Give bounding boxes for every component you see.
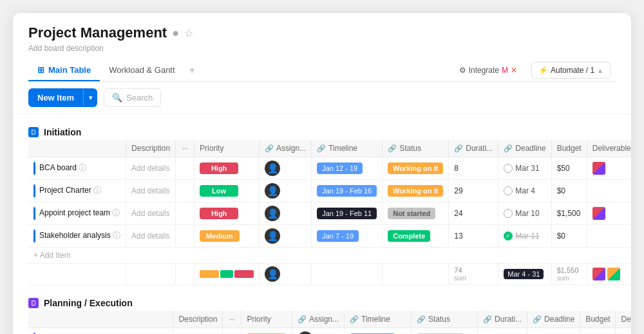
budget-value: $1,500 — [557, 209, 581, 218]
priority-badge: High — [200, 162, 238, 174]
row-deadline[interactable]: Mar 10 — [498, 202, 551, 225]
automate-label: Automate / 1 — [551, 66, 594, 75]
add-details-text: Add details — [131, 186, 169, 195]
row-deadline[interactable]: ✓Mar 11 — [498, 225, 551, 248]
add-item-button[interactable]: + Add Item — [28, 248, 631, 264]
col-assign-planning: 🔗 Assign... — [292, 311, 345, 328]
sum-cell-0 — [28, 264, 126, 285]
status-badge: Working on it — [388, 185, 443, 197]
avatar-icon: 👤 — [265, 206, 280, 221]
col-name-initiation — [28, 140, 126, 157]
planning-table: Description ↔ Priority 🔗 Assign... 🔗 Tim… — [28, 311, 631, 334]
row-priority[interactable]: High — [194, 202, 260, 225]
integrate-action[interactable]: ⚙ Integrate M ✕ — [454, 63, 522, 77]
resize-icon: ↔ — [181, 144, 189, 153]
info-icon[interactable]: ⓘ — [113, 231, 120, 240]
row-deadline[interactable]: Mar 4 — [498, 180, 551, 202]
star-icon[interactable]: ☆ — [184, 27, 193, 39]
row-priority[interactable]: Medium — [194, 225, 260, 248]
search-box[interactable]: 🔍 Search — [104, 88, 161, 107]
row-assignee[interactable]: 👤 — [260, 202, 312, 225]
col-duration-initiation: 🔗 Durati... — [449, 140, 498, 157]
deadline-check — [504, 186, 513, 195]
row-priority[interactable]: High — [194, 157, 260, 180]
row-timeline[interactable]: Jan 7 - 19 — [312, 225, 383, 248]
row-budget: $1,500 — [551, 202, 587, 225]
section-header-initiation: D Initiation — [28, 124, 616, 140]
row-name-cell: Appoint project team ⓘ — [28, 202, 126, 225]
info-icon[interactable]: ⓘ — [79, 163, 86, 172]
sum-cell-10 — [587, 264, 631, 285]
row-budget: $50 — [551, 157, 587, 180]
row-duration: 24 — [449, 202, 498, 225]
row-deliverables[interactable] — [587, 180, 631, 202]
info-icon[interactable]: ⓘ — [93, 186, 101, 195]
sum-cell-4: 👤 — [260, 264, 312, 285]
row-status[interactable]: Working on it — [383, 180, 449, 202]
col-desc-planning: Description — [173, 311, 223, 328]
automate-button[interactable]: ⚡ Automate / 1 ▲ — [531, 62, 611, 79]
status-badge: Not started — [388, 208, 435, 219]
row-description[interactable]: Add details — [173, 328, 223, 335]
budget-value: $50 — [557, 164, 570, 173]
timeline-badge: Jan 19 - Feb 11 — [317, 208, 377, 219]
tab-workload-label: Workload & Gantt — [109, 65, 175, 75]
info-icon[interactable]: ⓘ — [112, 208, 120, 217]
row-description[interactable]: Add details — [126, 157, 176, 180]
section-title-initiation: Initiation — [44, 127, 81, 137]
duration-value: 29 — [454, 186, 462, 195]
table-row: Pre kickoff meeting ⓘAdd detailsMedium👤J… — [28, 328, 631, 335]
row-assignee[interactable]: 👤 — [260, 225, 312, 248]
new-item-button[interactable]: New Item ▾ — [28, 88, 97, 107]
row-priority[interactable]: Low — [194, 180, 260, 202]
row-timeline[interactable]: Jan 19 - Feb 16 — [312, 180, 383, 202]
tab-main-table[interactable]: ⊞ Main Table — [28, 60, 100, 81]
sum-deliverables — [592, 268, 631, 280]
row-description[interactable]: Add details — [126, 180, 176, 202]
table-row: Appoint project team ⓘAdd detailsHigh👤Ja… — [28, 202, 631, 225]
row-name-cell: BCA board ⓘ — [28, 157, 126, 180]
row-description[interactable]: Add details — [126, 202, 176, 225]
row-status[interactable]: Not started — [411, 328, 477, 335]
col-timeline-planning: 🔗 Timeline — [345, 311, 412, 328]
sum-bar-segment — [220, 270, 233, 278]
tab-add-button[interactable]: + — [184, 59, 200, 81]
main-content: D Initiation Description ↔ Priority � — [13, 114, 631, 334]
duration-header-planning: 🔗 Durati... — [483, 315, 522, 324]
app-container: Project Management ● ☆ Add board descrip… — [13, 13, 631, 334]
row-deliverables[interactable] — [587, 202, 631, 225]
row-empty — [176, 225, 194, 248]
sum-cell-8: Mar 4 - 31 — [498, 264, 551, 285]
row-deliverables[interactable] — [616, 328, 631, 335]
link-icon-status: 🔗 — [388, 144, 397, 153]
section-icon-planning: D — [28, 298, 39, 308]
sum-cell-9: $1,550sum — [551, 264, 587, 285]
row-timeline[interactable]: Jan 19 - Feb 11 — [312, 202, 383, 225]
tab-workload-gantt[interactable]: Workload & Gantt — [100, 60, 184, 81]
sum-bar-segment — [200, 270, 219, 278]
row-deadline[interactable]: Mar 31 — [498, 157, 551, 180]
search-label: Search — [126, 93, 153, 103]
deliverable-thumb — [592, 207, 605, 220]
add-board-description[interactable]: Add board description — [28, 44, 616, 53]
row-assignee[interactable]: 👤 — [260, 180, 312, 202]
close-icon-small: ✕ — [511, 66, 517, 75]
row-status[interactable]: Working on it — [383, 157, 449, 180]
tab-bar: ⊞ Main Table Workload & Gantt + ⚙ Integr… — [28, 59, 616, 82]
new-item-dropdown-arrow[interactable]: ▾ — [83, 90, 97, 106]
deadline-text: Mar 4 — [515, 186, 535, 195]
row-deliverables[interactable] — [587, 157, 631, 180]
row-priority[interactable]: Medium — [242, 328, 292, 335]
dot-icon: ● — [172, 26, 179, 40]
row-status[interactable]: Complete — [383, 225, 449, 248]
row-timeline[interactable]: Jan 12 - 19 — [312, 157, 383, 180]
row-assignee[interactable]: 👤 — [260, 157, 312, 180]
add-item-row[interactable]: + Add Item — [28, 248, 631, 264]
row-description[interactable]: Add details — [126, 225, 176, 248]
row-deadline[interactable]: Feb 25 — [527, 328, 580, 335]
sum-budget-label: sum — [557, 275, 569, 282]
row-timeline[interactable]: Jan 20 - 28 — [345, 328, 412, 335]
row-assignee[interactable]: 👤 — [292, 328, 345, 335]
row-deliverables[interactable] — [587, 225, 631, 248]
row-status[interactable]: Not started — [383, 202, 449, 225]
